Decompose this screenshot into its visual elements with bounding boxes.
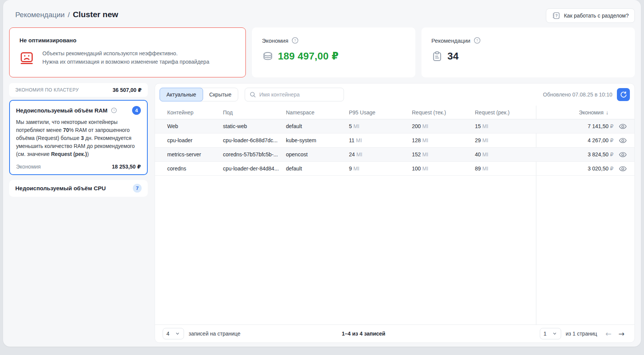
help-book-icon: ? bbox=[552, 11, 560, 20]
cell-namespace: kube-system bbox=[286, 137, 349, 143]
page-select[interactable]: 1 bbox=[540, 328, 561, 339]
recommendations-count: 34 bbox=[447, 50, 459, 62]
containers-table-panel: Актуальные Скрытые Обновлено 07.08.25 в … bbox=[155, 83, 635, 343]
question-circle-icon[interactable]: ? bbox=[291, 37, 299, 44]
table-row[interactable]: coredns cpu-loader-der-84d84... default … bbox=[155, 162, 634, 176]
cell-pod: cpu-loader-der-84d84... bbox=[223, 165, 286, 172]
hide-row-eye-icon[interactable] bbox=[619, 137, 627, 145]
hide-row-eye-icon[interactable] bbox=[619, 151, 627, 159]
cell-container: metrics-server bbox=[167, 151, 223, 157]
col-header-namespace: Namespace bbox=[286, 109, 349, 116]
col-header-request-current: Request (тек.) bbox=[412, 109, 475, 116]
cell-request-recommended: 29MI bbox=[475, 137, 536, 143]
status-line-2: Нужна их оптимизация и возможно изменени… bbox=[42, 58, 209, 66]
savings-total-value: 189 497,00 ₽ bbox=[278, 50, 339, 62]
clipboard-icon bbox=[431, 51, 443, 62]
table-footer: 4 записей на странице 1–4 из 4 записей 1… bbox=[155, 324, 634, 342]
next-page-arrow-icon[interactable]: → bbox=[616, 328, 627, 339]
search-icon bbox=[249, 91, 256, 98]
col-header-pod: Под bbox=[223, 109, 286, 116]
cpu-count-badge: 7 bbox=[133, 184, 142, 193]
svg-text:?: ? bbox=[476, 38, 478, 42]
summary-cards: Не оптимизировано Объекты рекомендаций и… bbox=[9, 27, 635, 77]
question-circle-icon[interactable]: ? bbox=[111, 107, 117, 114]
page-size-value: 4 bbox=[166, 331, 169, 337]
table-body: Web static-web default 5MI 200MI 15MI 7 … bbox=[155, 119, 634, 176]
savings-card-label: Экономия bbox=[262, 37, 288, 44]
cell-saving: 3 020,50₽ bbox=[536, 165, 634, 173]
cell-namespace: opencost bbox=[286, 151, 349, 157]
col-header-request-recommended: Request (рек.) bbox=[475, 109, 536, 116]
cpu-card-title: Недоиспользуемый объём CPU bbox=[15, 185, 106, 191]
question-circle-icon[interactable]: ? bbox=[473, 37, 481, 44]
recommendations-page: Рекомендации / Cluster new ? Как работат… bbox=[3, 0, 641, 347]
col-header-container: Контейнер bbox=[167, 109, 223, 116]
table-header-row: Контейнер Под Namespace P95 Usage Reques… bbox=[155, 106, 634, 119]
sort-desc-icon: ↓ bbox=[606, 109, 608, 116]
recommendation-card-ram[interactable]: Недоиспользуемый объём RAM ? 4 Мы замети… bbox=[9, 100, 148, 175]
savings-summary-card: Экономия ? 189 497,00 ₽ bbox=[252, 27, 415, 77]
recommendation-card-cpu[interactable]: Недоиспользуемый объём CPU 7 bbox=[9, 180, 148, 197]
svg-text:?: ? bbox=[294, 38, 296, 42]
cell-pod: coredns-57b57bfc5b-... bbox=[223, 151, 286, 157]
status-card-title: Не оптимизировано bbox=[19, 37, 236, 43]
page-number-value: 1 bbox=[544, 331, 547, 337]
breadcrumb: Рекомендации / Cluster new bbox=[15, 10, 118, 19]
cell-saving: 3 824,50₽ bbox=[536, 151, 634, 159]
col-header-saving-sort[interactable]: Экономия ↓ bbox=[536, 109, 634, 116]
breadcrumb-section[interactable]: Рекомендации bbox=[15, 11, 65, 19]
hide-row-eye-icon[interactable] bbox=[619, 122, 627, 130]
table-toolbar: Актуальные Скрытые Обновлено 07.08.25 в … bbox=[160, 88, 630, 101]
cell-pod: static-web bbox=[223, 123, 286, 129]
help-button[interactable]: ? Как работать с разделом? bbox=[546, 8, 635, 23]
search-input[interactable] bbox=[259, 92, 339, 98]
hide-row-eye-icon[interactable] bbox=[619, 165, 627, 173]
ram-count-badge: 4 bbox=[132, 106, 141, 115]
page-size-select[interactable]: 4 bbox=[163, 328, 184, 339]
table-row[interactable]: metrics-server coredns-57b57bfc5b-... op… bbox=[155, 148, 634, 162]
cell-request-current: 128MI bbox=[412, 137, 475, 143]
tab-actual[interactable]: Актуальные bbox=[160, 88, 203, 101]
prev-page-arrow-icon[interactable]: ← bbox=[603, 328, 614, 339]
ram-savings-label: Экономия bbox=[16, 164, 41, 170]
col-header-p95: P95 Usage bbox=[349, 109, 412, 116]
cell-saving: 4 267,00₽ bbox=[536, 137, 634, 145]
visibility-tabs: Актуальные Скрытые bbox=[160, 88, 238, 101]
cell-request-recommended: 15MI bbox=[475, 123, 536, 129]
cluster-savings-value: 36 507,00 ₽ bbox=[113, 87, 142, 93]
ram-savings-value: 18 253,50 ₽ bbox=[112, 164, 141, 170]
chevron-down-icon bbox=[552, 331, 557, 336]
table-row[interactable]: Web static-web default 5MI 200MI 15MI 7 … bbox=[155, 119, 634, 133]
tab-hidden[interactable]: Скрытые bbox=[203, 88, 238, 101]
status-card-text: Объекты рекомендаций используются неэффе… bbox=[42, 50, 209, 66]
chevron-down-icon bbox=[175, 331, 180, 336]
cell-request-recommended: 89MI bbox=[475, 165, 536, 172]
refresh-button[interactable] bbox=[617, 88, 630, 101]
svg-text:?: ? bbox=[555, 13, 558, 18]
cluster-savings-bar: ЭКОНОМИЯ ПО КЛАСТЕРУ 36 507,00 ₽ bbox=[9, 83, 148, 97]
cell-namespace: default bbox=[286, 123, 349, 129]
cluster-savings-label: ЭКОНОМИЯ ПО КЛАСТЕРУ bbox=[15, 87, 79, 93]
cell-p95: 24MI bbox=[349, 151, 412, 157]
page-size-label: записей на странице bbox=[189, 331, 240, 337]
records-range: 1–4 из 4 записей bbox=[342, 331, 385, 337]
cell-container: Web bbox=[167, 123, 223, 129]
status-card: Не оптимизировано Объекты рекомендаций и… bbox=[9, 27, 246, 77]
ram-card-description: Мы заметили, что некоторые контейнеры по… bbox=[16, 119, 141, 159]
recommendations-card-label: Рекомендации bbox=[431, 37, 470, 44]
status-line-1: Объекты рекомендаций используются неэффе… bbox=[42, 50, 209, 58]
table-row[interactable]: cpu-loader cpu-loader-6c88d7dc... kube-s… bbox=[155, 133, 634, 148]
cell-namespace: default bbox=[286, 165, 349, 172]
cell-saving: 7 141,50₽ bbox=[536, 122, 634, 130]
container-search[interactable] bbox=[245, 88, 344, 101]
cell-p95: 11MI bbox=[349, 137, 412, 143]
recommendations-summary-card: Рекомендации ? 34 bbox=[421, 27, 635, 77]
cell-p95: 5MI bbox=[349, 123, 412, 129]
cell-pod: cpu-loader-6c88d7dc... bbox=[223, 137, 286, 143]
cell-request-current: 152MI bbox=[412, 151, 475, 157]
cell-request-current: 100MI bbox=[412, 165, 475, 172]
page-title: Cluster new bbox=[73, 10, 118, 19]
coins-icon bbox=[262, 51, 273, 62]
cell-request-current: 200MI bbox=[412, 123, 475, 129]
cell-container: cpu-loader bbox=[167, 137, 223, 143]
